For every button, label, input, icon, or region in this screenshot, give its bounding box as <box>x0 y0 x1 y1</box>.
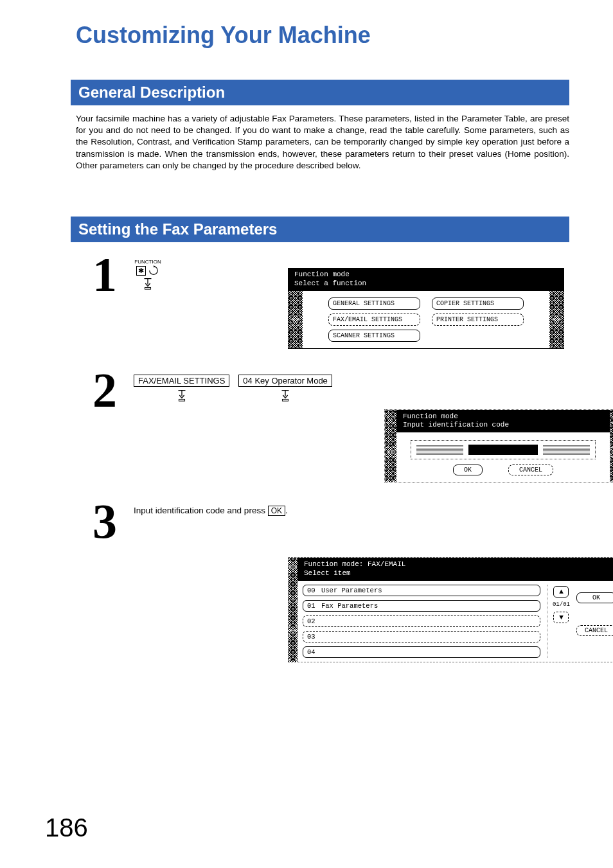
screen3-hdr-line2: Select item <box>304 569 613 578</box>
identification-code-input[interactable] <box>411 440 596 459</box>
btn-fax-email-settings[interactable]: FAX/EMAIL SETTINGS <box>328 314 420 326</box>
fax-email-settings-key[interactable]: FAX/EMAIL SETTINGS <box>134 375 229 387</box>
svg-rect-0 <box>145 288 150 290</box>
step-3: 3 Input identification code and press OK… <box>76 497 569 545</box>
screen3-ok-button[interactable]: OK <box>576 592 613 603</box>
asterisk-icon: ✱ <box>136 266 146 276</box>
scroll-up-button[interactable]: ▲ <box>553 586 569 598</box>
step-2: 2 FAX/EMAIL SETTINGS 04 Key Operator Mod… <box>76 366 569 414</box>
page-root: Customizing Your Machine General Descrip… <box>0 0 613 688</box>
press-down-icon <box>141 276 155 290</box>
btn-copier-settings[interactable]: COPIER SETTINGS <box>432 297 524 310</box>
section-general-description-heading: General Description <box>71 80 569 105</box>
press-down-icon <box>175 388 189 402</box>
list-item-index: 02 <box>307 617 317 625</box>
cancel-button[interactable]: CANCEL <box>508 465 553 475</box>
list-item[interactable]: 01Fax Parameters <box>303 600 540 612</box>
hatch-decor-left <box>385 410 396 483</box>
hatch-decor-left <box>289 558 298 662</box>
key-operator-mode-key[interactable]: 04 Key Operator Mode <box>238 375 332 387</box>
list-item[interactable]: 02 <box>303 616 540 627</box>
screen3-hdr-line1: Function mode: FAX/EMAIL <box>304 560 613 569</box>
screen3-header: Function mode: FAX/EMAIL Select item <box>298 558 613 581</box>
step2-press-b: 04 Key Operator Mode <box>238 375 332 404</box>
list-item-index: 04 <box>307 648 317 656</box>
scroll-controls: ▲ 01/01 ▼ <box>547 585 570 658</box>
step3-text-before: Input identification code and press <box>134 506 268 515</box>
hatch-decor-left <box>289 291 303 348</box>
general-description-body: Your facsimile machine has a variety of … <box>76 113 569 172</box>
list-item[interactable]: 00User Parameters <box>303 585 540 596</box>
loop-icon <box>148 265 159 276</box>
press-down-icon <box>278 388 292 402</box>
list-item-label: User Parameters <box>321 587 382 594</box>
step3-text-after: . <box>285 506 288 515</box>
step2-press-a: FAX/EMAIL SETTINGS <box>134 375 229 404</box>
function-key-icon: FUNCTION ✱ <box>134 259 162 290</box>
step-number-3: 3 <box>76 497 134 545</box>
hatch-decor-right <box>610 410 613 483</box>
page-indicator: 01/01 <box>553 601 570 608</box>
list-item-index: 00 <box>307 587 317 594</box>
screen2-hdr-line2: Input identification code <box>403 421 603 430</box>
screen3-cancel-button[interactable]: CANCEL <box>576 625 613 636</box>
page-title: Customizing Your Machine <box>76 22 569 49</box>
screen2-hdr-line1: Function mode <box>403 412 603 421</box>
ok-key[interactable]: OK <box>268 506 285 516</box>
screen3-item-list: 00User Parameters01Fax Parameters020304 <box>303 585 540 658</box>
screen-fax-email-select-item: Function mode: FAX/EMAIL Select item 00U… <box>288 557 613 662</box>
btn-general-settings[interactable]: GENERAL SETTINGS <box>328 297 420 310</box>
btn-printer-settings[interactable]: PRINTER SETTINGS <box>432 314 524 326</box>
function-key-label: FUNCTION <box>134 259 162 265</box>
step-number-1: 1 <box>76 250 134 299</box>
svg-rect-1 <box>179 399 184 401</box>
list-item[interactable]: 04 <box>303 646 540 658</box>
svg-rect-2 <box>283 399 289 401</box>
scroll-down-button[interactable]: ▼ <box>553 612 569 623</box>
screen-input-identification-code: Function mode Input identification code … <box>384 409 613 483</box>
ok-button[interactable]: OK <box>453 465 483 475</box>
page-number: 186 <box>45 813 88 842</box>
btn-scanner-settings[interactable]: SCANNER SETTINGS <box>328 330 420 342</box>
hatch-decor-right <box>549 291 564 348</box>
screen2-header: Function mode Input identification code <box>396 410 610 433</box>
section-setting-fax-parameters-heading: Setting the Fax Parameters <box>71 217 569 242</box>
step-number-2: 2 <box>76 366 134 414</box>
list-item-label: Fax Parameters <box>321 602 378 610</box>
list-item-index: 03 <box>307 633 317 641</box>
list-item[interactable]: 03 <box>303 631 540 642</box>
list-item-index: 01 <box>307 602 317 610</box>
